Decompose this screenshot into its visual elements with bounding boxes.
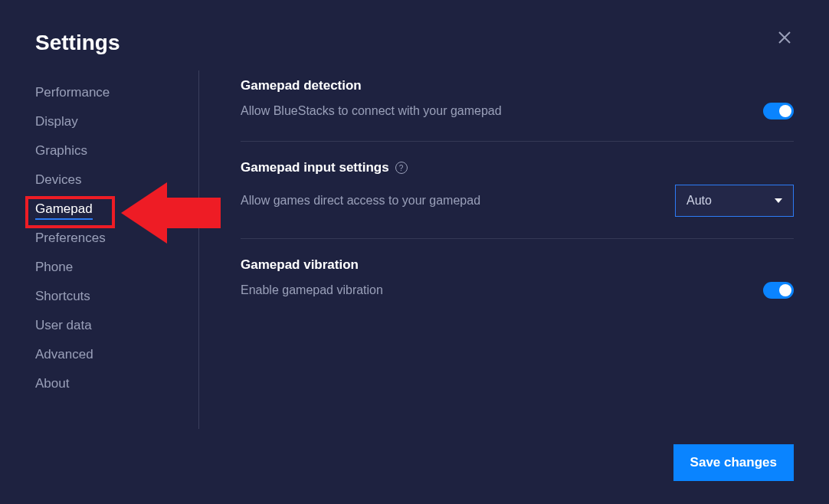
gamepad-access-select[interactable]: Auto: [675, 185, 794, 217]
sidebar: Performance Display Graphics Devices Gam…: [35, 70, 199, 429]
select-value: Auto: [686, 194, 712, 208]
section-gamepad-vibration: Gamepad vibration Enable gamepad vibrati…: [241, 257, 794, 320]
gamepad-detection-toggle[interactable]: [763, 103, 794, 119]
content-panel: Gamepad detection Allow BlueStacks to co…: [199, 70, 794, 429]
setting-desc: Allow BlueStacks to connect with your ga…: [241, 104, 502, 118]
sidebar-item-phone[interactable]: Phone: [35, 253, 198, 282]
page-title: Settings: [35, 31, 120, 55]
sidebar-item-devices[interactable]: Devices: [35, 165, 198, 195]
sidebar-item-performance[interactable]: Performance: [35, 78, 198, 107]
save-changes-button[interactable]: Save changes: [673, 444, 794, 481]
close-icon[interactable]: [775, 28, 794, 49]
section-title: Gamepad input settings: [241, 160, 389, 175]
section-title: Gamepad vibration: [241, 257, 359, 273]
sidebar-item-about[interactable]: About: [35, 369, 198, 398]
gamepad-vibration-toggle[interactable]: [763, 282, 794, 299]
help-icon[interactable]: ?: [395, 162, 408, 174]
section-gamepad-detection: Gamepad detection Allow BlueStacks to co…: [241, 78, 794, 142]
sidebar-item-shortcuts[interactable]: Shortcuts: [35, 282, 198, 311]
section-gamepad-input: Gamepad input settings ? Allow games dir…: [241, 160, 794, 239]
section-title: Gamepad detection: [241, 78, 362, 93]
sidebar-item-display[interactable]: Display: [35, 107, 198, 136]
setting-desc: Enable gamepad vibration: [241, 283, 383, 297]
sidebar-item-advanced[interactable]: Advanced: [35, 340, 198, 369]
sidebar-item-preferences[interactable]: Preferences: [35, 224, 198, 253]
chevron-down-icon: [775, 198, 782, 203]
sidebar-item-graphics[interactable]: Graphics: [35, 136, 198, 165]
setting-desc: Allow games direct access to your gamepa…: [241, 194, 480, 208]
sidebar-item-gamepad[interactable]: Gamepad: [35, 195, 198, 224]
sidebar-item-user-data[interactable]: User data: [35, 311, 198, 340]
